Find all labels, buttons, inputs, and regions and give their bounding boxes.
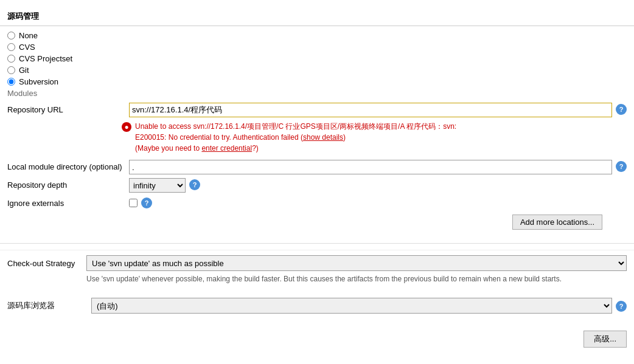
error-line5: ?): [252, 144, 259, 153]
repository-url-help-icon[interactable]: ?: [616, 104, 627, 115]
checkout-strategy-label: Check-out Strategy: [7, 259, 86, 268]
add-more-row: Add more locations...: [0, 212, 634, 236]
radio-none[interactable]: [7, 32, 15, 39]
repository-url-row: Repository URL ?: [0, 103, 634, 117]
advanced-button[interactable]: 高级...: [583, 331, 627, 348]
repository-url-input[interactable]: [129, 103, 612, 117]
error-text: Unable to access svn://172.16.1.4/项目管理/C…: [135, 121, 456, 154]
repository-depth-select[interactable]: infinity immediates files empty: [129, 178, 186, 193]
radio-cvs-label: CVS: [19, 43, 35, 52]
enter-credential-link[interactable]: enter credential: [201, 144, 252, 153]
local-module-row: Local module directory (optional) ?: [0, 160, 634, 174]
local-module-control: ?: [129, 160, 627, 174]
radio-item-cvs[interactable]: CVS: [7, 43, 627, 52]
checkout-strategy-control: Use 'svn update' as much as possible Alw…: [86, 255, 627, 271]
error-line2: E200015: No credential to try. Authentic…: [135, 133, 303, 142]
section-title: 源码管理: [0, 6, 634, 26]
add-more-button[interactable]: Add more locations...: [512, 215, 602, 230]
radio-git-label: Git: [19, 66, 29, 75]
radio-cvs-projectset[interactable]: [7, 55, 15, 63]
repository-url-control: ?: [129, 103, 627, 117]
local-module-help-icon[interactable]: ?: [616, 161, 627, 172]
radio-cvs[interactable]: [7, 43, 15, 51]
show-details-link[interactable]: show details: [303, 133, 343, 142]
scm-radio-group: None CVS CVS Projectset Git Subversion: [0, 31, 634, 86]
radio-item-cvs-projectset[interactable]: CVS Projectset: [7, 54, 627, 63]
checkout-section: Check-out Strategy Use 'svn update' as m…: [0, 250, 634, 293]
ignore-externals-checkbox[interactable]: [129, 199, 138, 207]
checkout-strategy-row: Check-out Strategy Use 'svn update' as m…: [7, 255, 627, 271]
ignore-externals-control: ?: [129, 196, 627, 208]
error-line1: Unable to access svn://172.16.1.4/项目管理/C…: [135, 122, 456, 131]
error-icon: ●: [122, 122, 131, 132]
source-browser-section: 源码库浏览器 (自动) ViewSVN Trac FishEye WebSVN …: [0, 293, 634, 318]
bottom-bar: 高级...: [0, 325, 634, 354]
local-module-label: Local module directory (optional): [7, 160, 129, 171]
source-browser-label: 源码库浏览器: [7, 300, 86, 311]
error-message: ● Unable to access svn://172.16.1.4/项目管理…: [122, 121, 634, 154]
ignore-externals-label: Ignore externals: [7, 196, 129, 208]
repository-url-label: Repository URL: [7, 103, 129, 114]
local-module-input[interactable]: [129, 160, 612, 174]
repository-depth-label: Repository depth: [7, 178, 129, 190]
source-browser-help-icon[interactable]: ?: [616, 301, 627, 312]
checkout-strategy-select[interactable]: Use 'svn update' as much as possible Alw…: [86, 255, 627, 271]
radio-cvs-projectset-label: CVS Projectset: [19, 54, 72, 63]
radio-subversion-label: Subversion: [19, 77, 58, 86]
repository-depth-row: Repository depth infinity immediates fil…: [0, 178, 634, 193]
repository-depth-control: infinity immediates files empty ?: [129, 178, 627, 193]
radio-item-none[interactable]: None: [7, 31, 627, 40]
source-browser-control: (自动) ViewSVN Trac FishEye WebSVN Assembl…: [91, 298, 627, 314]
radio-item-subversion[interactable]: Subversion: [7, 77, 627, 86]
ignore-externals-row: Ignore externals ?: [0, 196, 634, 208]
radio-none-label: None: [19, 31, 38, 40]
radio-item-git[interactable]: Git: [7, 66, 627, 75]
error-line3: ): [343, 133, 346, 142]
checkout-strategy-hint: Use 'svn update' whenever possible, maki…: [86, 275, 627, 283]
radio-subversion[interactable]: [7, 78, 15, 86]
ignore-externals-help-icon[interactable]: ?: [141, 197, 152, 208]
error-block: ● Unable to access svn://172.16.1.4/项目管理…: [122, 121, 634, 154]
repository-depth-help-icon[interactable]: ?: [189, 179, 200, 190]
divider: [0, 243, 634, 244]
source-browser-select[interactable]: (自动) ViewSVN Trac FishEye WebSVN Assembl…: [91, 298, 612, 314]
error-line4: (Maybe you need to: [135, 144, 201, 153]
radio-git[interactable]: [7, 66, 15, 74]
modules-label: Modules: [7, 89, 634, 98]
